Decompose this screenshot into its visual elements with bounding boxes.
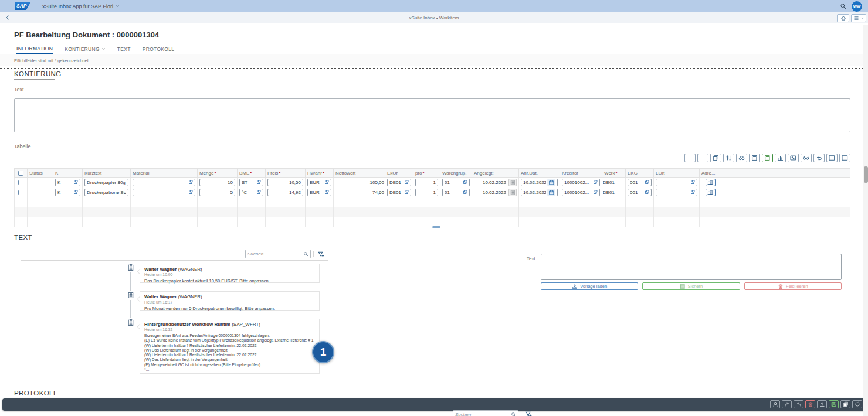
menge-input[interactable]: 5: [199, 189, 235, 196]
feed-search-input[interactable]: [247, 251, 301, 257]
warengrup-input[interactable]: 01: [442, 179, 470, 186]
preis-input[interactable]: 14,92: [267, 189, 303, 196]
value-help-icon[interactable]: [463, 180, 467, 185]
value-help-icon[interactable]: [404, 190, 409, 195]
hwaehr-input[interactable]: EUR: [307, 179, 331, 186]
value-help-icon[interactable]: [256, 180, 261, 185]
tab-kontierung[interactable]: KONTIERUNG: [65, 43, 106, 54]
value-help-icon[interactable]: [404, 180, 409, 185]
collapse-grid-button[interactable]: [839, 154, 850, 162]
app-title-menu[interactable]: xSuite Inbox App für SAP Fiori: [42, 4, 120, 9]
kreditor-input[interactable]: 10001002...: [562, 189, 600, 196]
scrollbar-thumb[interactable]: [864, 166, 868, 183]
protokoll-search-input[interactable]: [455, 412, 509, 416]
lort-input[interactable]: [656, 179, 697, 186]
splitter-line[interactable]: [0, 68, 868, 69]
value-help-icon[interactable]: [188, 180, 193, 185]
value-help-icon[interactable]: [645, 180, 649, 185]
calendar-icon[interactable]: [547, 179, 555, 186]
kreditor-input[interactable]: 10001002...: [562, 179, 600, 186]
save-button[interactable]: [829, 400, 839, 408]
details-button[interactable]: [749, 154, 760, 162]
select-all-checkbox[interactable]: [18, 171, 23, 176]
value-help-icon[interactable]: [593, 180, 598, 185]
value-help-icon[interactable]: [324, 190, 329, 195]
remove-row-button[interactable]: [697, 154, 708, 162]
agent-button[interactable]: [770, 400, 780, 408]
anf-dat-input[interactable]: 10.02.2022: [521, 179, 558, 186]
ekor-input[interactable]: DE01: [387, 179, 411, 186]
value-help-icon[interactable]: [324, 180, 329, 185]
k-input[interactable]: K: [55, 179, 80, 186]
anf-dat-input[interactable]: 10.02.2022: [521, 189, 558, 196]
sort-button[interactable]: [723, 154, 734, 162]
value-help-icon[interactable]: [690, 190, 695, 195]
calendar-icon[interactable]: [547, 189, 555, 196]
bme-input[interactable]: ST: [239, 179, 263, 186]
undo-button[interactable]: [813, 154, 825, 162]
find-button[interactable]: [736, 154, 747, 162]
display-button[interactable]: [801, 154, 812, 162]
value-help-icon[interactable]: [645, 190, 649, 195]
grid-view-button[interactable]: [762, 154, 773, 162]
k-input[interactable]: K: [55, 189, 80, 196]
tab-text[interactable]: TEXT: [117, 43, 131, 54]
refresh-button[interactable]: [852, 400, 862, 408]
tab-protokoll[interactable]: PROTOKOLL: [143, 43, 175, 54]
feed-search-box[interactable]: [245, 250, 311, 258]
preis-input[interactable]: 10,50: [267, 179, 303, 186]
search-icon[interactable]: [303, 251, 308, 257]
add-row-button[interactable]: [684, 154, 696, 162]
table-hscroll-grip[interactable]: [432, 226, 440, 228]
adresse-button[interactable]: [706, 189, 716, 196]
feed-filter-button[interactable]: [316, 250, 326, 258]
bme-input[interactable]: °C: [239, 189, 263, 196]
forward-button[interactable]: [782, 400, 792, 408]
reply-button[interactable]: [794, 400, 803, 408]
overflow-menu-button[interactable]: [851, 14, 866, 22]
submit-button[interactable]: [817, 400, 827, 408]
material-input[interactable]: [133, 179, 195, 186]
pro-input[interactable]: 1: [415, 179, 438, 186]
copy-row-button[interactable]: [710, 154, 721, 162]
ekg-input[interactable]: 001: [628, 189, 652, 196]
hwaehr-input[interactable]: EUR: [307, 189, 331, 196]
chart-view-button[interactable]: [775, 154, 786, 162]
menge-input[interactable]: 10: [199, 179, 235, 186]
protokoll-search-box[interactable]: [453, 410, 518, 416]
value-help-icon[interactable]: [256, 190, 261, 195]
avatar[interactable]: WW: [852, 1, 862, 12]
feld-leeren-button[interactable]: Feld leeren: [744, 282, 842, 290]
value-help-icon[interactable]: [690, 180, 695, 185]
ekor-input[interactable]: DE01: [387, 189, 411, 196]
kurztext-input[interactable]: Druckerpapier 80g: [84, 179, 128, 186]
value-help-icon[interactable]: [188, 190, 193, 195]
page-scrollbar[interactable]: [863, 25, 868, 416]
delete-button[interactable]: [805, 400, 815, 408]
protokoll-filter-button[interactable]: [523, 410, 534, 416]
value-help-icon[interactable]: [73, 180, 78, 185]
image-button[interactable]: [788, 154, 799, 162]
copy-button[interactable]: [840, 400, 850, 408]
ekg-input[interactable]: 001: [628, 179, 652, 186]
kontierung-text-area[interactable]: [14, 98, 850, 132]
editor-text-area[interactable]: [541, 254, 842, 280]
home-button[interactable]: [837, 14, 849, 22]
warengrup-input[interactable]: 01: [442, 189, 470, 196]
search-icon[interactable]: [511, 412, 516, 416]
tab-information[interactable]: INFORMATION: [16, 43, 53, 54]
lort-input[interactable]: [656, 189, 697, 196]
pro-input[interactable]: 1: [415, 189, 438, 196]
kurztext-input[interactable]: Druckerpatrone Schwarz: [84, 189, 128, 196]
expand-grid-button[interactable]: [826, 154, 838, 162]
row-select-checkbox[interactable]: [18, 190, 23, 195]
vorlage-laden-button[interactable]: Vorlage laden: [541, 282, 638, 290]
value-help-icon[interactable]: [73, 190, 78, 195]
adresse-button[interactable]: [706, 179, 716, 186]
search-icon[interactable]: [840, 3, 846, 9]
sichern-button[interactable]: Sichern: [642, 282, 740, 290]
row-select-checkbox[interactable]: [18, 180, 23, 185]
material-input[interactable]: [133, 189, 195, 196]
value-help-icon[interactable]: [463, 190, 467, 195]
value-help-icon[interactable]: [593, 190, 598, 195]
